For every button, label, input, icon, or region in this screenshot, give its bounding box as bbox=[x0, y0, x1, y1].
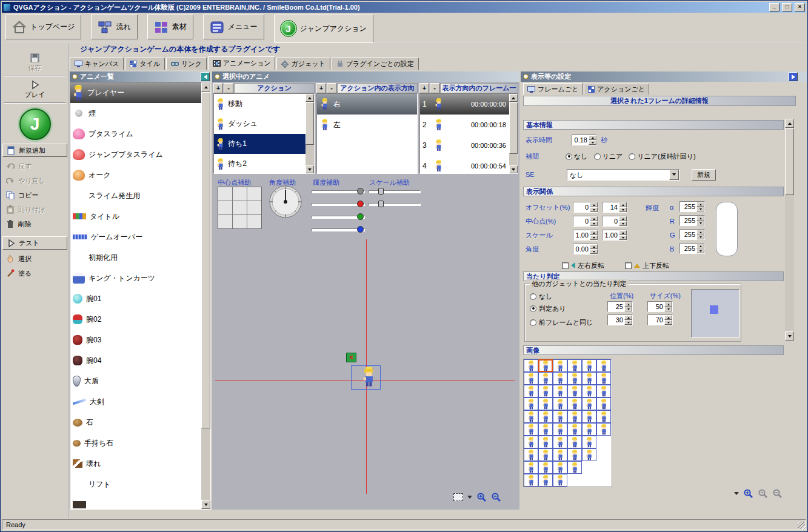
blue-slider[interactable] bbox=[312, 225, 365, 234]
anime-list-item[interactable]: 壊れ bbox=[70, 453, 210, 474]
action-item[interactable]: 移動 bbox=[214, 94, 314, 114]
sprite-cell[interactable] bbox=[567, 410, 582, 423]
sprite-cell[interactable] bbox=[553, 474, 567, 487]
sprite-cell[interactable] bbox=[596, 372, 611, 385]
sprite-cell[interactable] bbox=[524, 385, 538, 397]
resize-grip[interactable] bbox=[798, 522, 806, 530]
spin-up-button[interactable] bbox=[589, 135, 596, 140]
zoom-fit-icon[interactable] bbox=[772, 488, 783, 499]
spin-up-button[interactable] bbox=[619, 202, 627, 207]
test-button[interactable]: テスト bbox=[2, 236, 67, 250]
undo-button[interactable]: 戻す bbox=[2, 159, 68, 173]
direction-item[interactable]: 左 bbox=[317, 115, 417, 135]
scroll-up-button[interactable] bbox=[785, 119, 794, 128]
canvas-player-sprite[interactable] bbox=[362, 367, 375, 387]
scale-x-slider[interactable] bbox=[369, 187, 421, 196]
anime-list-item[interactable]: キング・トンカーツ bbox=[70, 268, 210, 288]
sprite-cell[interactable] bbox=[567, 397, 582, 410]
sprite-cell[interactable] bbox=[567, 436, 582, 448]
spin-up-button[interactable] bbox=[696, 244, 704, 248]
sprite-cell[interactable] bbox=[553, 448, 567, 461]
sprite-cell[interactable] bbox=[582, 397, 596, 410]
sprite-cell[interactable] bbox=[567, 359, 582, 372]
spin-up-button[interactable] bbox=[624, 315, 632, 320]
delete-button[interactable]: 削除 bbox=[2, 217, 68, 231]
sprite-cell[interactable] bbox=[582, 448, 596, 461]
blue-slider-thumb[interactable] bbox=[357, 226, 364, 233]
anime-list-item[interactable]: 石 bbox=[70, 412, 210, 433]
frame-item[interactable]: 400:00:00:54 bbox=[420, 156, 510, 174]
sprite-cell[interactable] bbox=[553, 385, 567, 397]
redo-button[interactable]: やり直し bbox=[2, 173, 68, 188]
sprite-cell[interactable] bbox=[582, 385, 596, 397]
spin-down-button[interactable] bbox=[619, 235, 627, 240]
tool-dropdown-icon[interactable] bbox=[734, 492, 739, 495]
anime-list-item[interactable]: 煙 bbox=[70, 103, 210, 124]
scale-x-thumb[interactable] bbox=[378, 188, 384, 195]
scroll-down-button[interactable] bbox=[306, 165, 314, 173]
action-add-button[interactable]: + bbox=[213, 83, 223, 93]
hit-option-none[interactable]: なし bbox=[530, 290, 553, 302]
frame-item[interactable]: 200:00:00:18 bbox=[420, 115, 510, 135]
sprite-cell[interactable] bbox=[538, 359, 553, 372]
spin-down-button[interactable] bbox=[696, 207, 704, 211]
spin-up-button[interactable] bbox=[590, 202, 598, 207]
sprite-cell[interactable] bbox=[596, 397, 611, 410]
anime-list-item[interactable]: 初期化用 bbox=[70, 247, 210, 268]
action-item[interactable]: ダッシュ bbox=[214, 114, 314, 134]
anime-list-item[interactable]: 手持ち石 bbox=[70, 433, 210, 453]
tab-link[interactable]: リンク bbox=[166, 58, 207, 70]
play-button[interactable]: プレイ bbox=[8, 78, 62, 101]
toolbar-tab-menu[interactable]: メニュー bbox=[203, 15, 264, 39]
minimize-button[interactable]: _ bbox=[769, 3, 780, 12]
paint-tool-button[interactable]: 塗る bbox=[2, 266, 68, 281]
anime-list-item[interactable]: タイトル bbox=[70, 206, 210, 227]
spin-up-button[interactable] bbox=[696, 216, 704, 221]
sprite-cell[interactable] bbox=[582, 410, 596, 423]
zoom-in-icon[interactable] bbox=[476, 492, 487, 502]
sprite-cell[interactable] bbox=[524, 410, 538, 423]
spin-down-button[interactable] bbox=[590, 207, 598, 212]
toolbar-tab-jump-action[interactable]: J ジャンプアクション bbox=[274, 15, 374, 42]
spin-down-button[interactable] bbox=[664, 320, 672, 325]
anime-list-item-partial[interactable] bbox=[70, 494, 210, 510]
tab-per-frame[interactable]: フレームごと bbox=[523, 83, 583, 95]
anime-list-item[interactable]: ジャンプブタスライム bbox=[70, 144, 210, 165]
spin-up-button[interactable] bbox=[624, 302, 632, 307]
sprite-cell[interactable] bbox=[567, 448, 582, 461]
sprite-cell[interactable] bbox=[524, 474, 538, 487]
anime-list-item[interactable]: オーク bbox=[70, 165, 210, 185]
scroll-up-button[interactable] bbox=[306, 94, 314, 102]
spin-down-button[interactable] bbox=[590, 221, 598, 226]
sprite-cell[interactable] bbox=[524, 461, 538, 474]
frame-list-scrollbar[interactable] bbox=[509, 94, 518, 173]
spin-up-button[interactable] bbox=[696, 230, 704, 234]
save-button[interactable]: 保存 bbox=[8, 52, 62, 75]
g-spinner[interactable] bbox=[679, 229, 705, 240]
sprite-cell[interactable] bbox=[553, 436, 567, 448]
center-y-spinner[interactable] bbox=[602, 216, 627, 227]
scroll-thumb[interactable] bbox=[785, 128, 794, 195]
se-select[interactable]: なし bbox=[567, 169, 679, 181]
se-new-button[interactable]: 新規 bbox=[692, 169, 716, 181]
direction-item[interactable]: 右 bbox=[317, 94, 417, 115]
sprite-cell[interactable] bbox=[524, 397, 538, 410]
toolbar-tab-top-page[interactable]: トップページ bbox=[5, 15, 81, 39]
spin-up-button[interactable] bbox=[696, 202, 704, 207]
alpha-slider[interactable] bbox=[312, 187, 365, 196]
scroll-thumb[interactable] bbox=[201, 92, 210, 428]
tab-per-action[interactable]: アクションごと bbox=[584, 84, 649, 95]
toolbar-tab-material[interactable]: 素材 bbox=[147, 15, 193, 39]
sprite-cell[interactable] bbox=[538, 474, 553, 487]
spin-up-button[interactable] bbox=[619, 230, 627, 235]
sprite-cell[interactable] bbox=[538, 423, 553, 436]
tab-tile[interactable]: タイル bbox=[125, 58, 165, 70]
spin-down-button[interactable] bbox=[664, 307, 672, 311]
sprite-cell[interactable] bbox=[596, 423, 611, 436]
action-list-scrollbar[interactable] bbox=[306, 94, 314, 173]
center-point-grid[interactable] bbox=[218, 187, 262, 229]
sprite-cell[interactable] bbox=[582, 372, 596, 385]
sprite-cell[interactable] bbox=[567, 461, 582, 474]
green-slider-thumb[interactable] bbox=[357, 213, 364, 220]
spin-down-button[interactable] bbox=[619, 207, 627, 212]
